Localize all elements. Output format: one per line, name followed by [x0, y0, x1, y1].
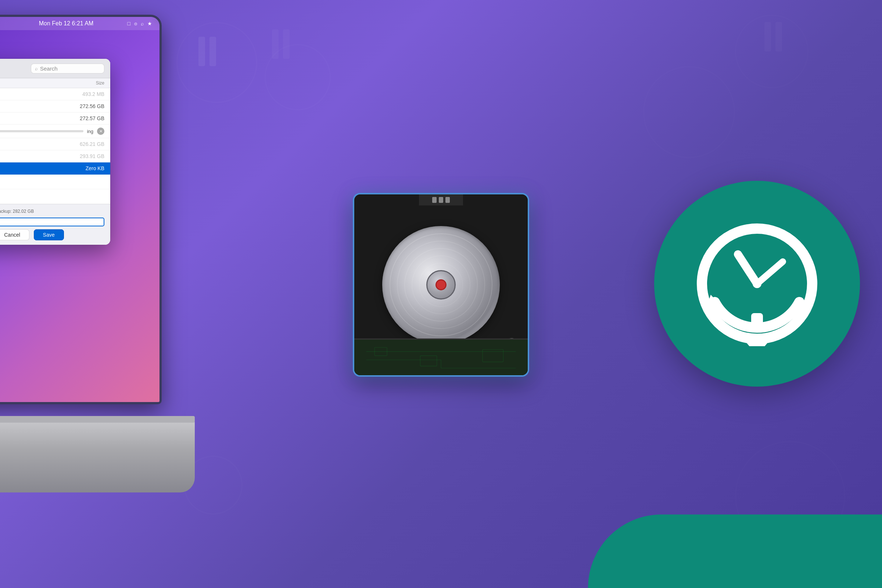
save-dialog: ‹ › ⌕ Search Size 493.2 MB: [0, 59, 110, 245]
hdd-visual: [354, 194, 528, 375]
hdd-platter-group: [382, 226, 500, 344]
svg-line-10: [757, 262, 783, 284]
hdd-border: [353, 193, 529, 376]
timemachine-icon: [694, 221, 819, 346]
filename-row: [0, 218, 104, 226]
estimated-value: 282.02 GB: [13, 209, 34, 214]
file-size-1: 493.2 MB: [68, 91, 104, 97]
file-list-header: Size: [0, 78, 110, 88]
file-size-2: 272.56 GB: [68, 103, 104, 109]
file-size-3: 272.57 GB: [68, 116, 104, 121]
estimated-size-text: Estimated size of full backup: 282.02 GB: [0, 209, 104, 214]
cancel-button[interactable]: Cancel: [0, 230, 29, 240]
timemachine-container: [654, 181, 860, 387]
empty-row-1: [0, 175, 110, 189]
progress-row: ing ✕: [0, 124, 110, 138]
bluetooth-icon: ★: [147, 21, 152, 27]
connector-pin: [432, 197, 436, 203]
file-row[interactable]: 493.2 MB: [0, 88, 110, 100]
dialog-bottom: Estimated size of full backup: 282.02 GB…: [0, 204, 110, 245]
connector-pin: [446, 197, 450, 203]
menubar-time: Mon Feb 12 6:21 AM: [39, 20, 94, 27]
file-row[interactable]: 626.21 GB: [0, 138, 110, 150]
hdd-connector: [419, 194, 463, 206]
file-row[interactable]: 272.56 GB: [0, 100, 110, 112]
save-button[interactable]: Save: [34, 230, 64, 240]
bottom-teal-section: [588, 514, 882, 588]
svg-point-11: [753, 279, 762, 288]
file-size-4: 626.21 GB: [68, 141, 104, 147]
file-size-5: 293.91 GB: [68, 153, 104, 159]
file-row[interactable]: 272.57 GB: [0, 112, 110, 124]
laptop-container: ⊞ Mon Feb 12 6:21 AM □ ⌾ ⌕ ★: [0, 15, 184, 492]
svg-rect-6: [420, 356, 437, 366]
hdd-pcb: [354, 339, 528, 375]
search-input[interactable]: Search: [40, 65, 58, 72]
hdd-platter-center: [435, 279, 447, 290]
connector-pin: [439, 197, 443, 203]
menubar: ⊞ Mon Feb 12 6:21 AM □ ⌾ ⌕ ★: [0, 17, 159, 30]
file-list: 493.2 MB 272.56 GB 272.57 GB: [0, 88, 110, 204]
laptop-base: [0, 419, 195, 492]
svg-rect-14: [751, 313, 763, 332]
file-row-selected[interactable]: Zero KB: [0, 162, 110, 175]
svg-marker-15: [740, 335, 774, 346]
timemachine-circle: [654, 181, 860, 387]
hdd-platter-hub: [426, 270, 456, 300]
spotlight-icon: ⌕: [141, 21, 144, 27]
progress-label: ing: [87, 129, 93, 134]
scene: ⊞ Mon Feb 12 6:21 AM □ ⌾ ⌕ ★: [0, 0, 882, 588]
estimated-label: Estimated size of full backup:: [0, 209, 11, 214]
dialog-buttons: Cancel Save: [0, 230, 104, 240]
menubar-status-icons: □ ⌾ ⌕ ★: [128, 21, 152, 27]
dialog-toolbar: ‹ › ⌕ Search: [0, 59, 110, 78]
pcb-circuit-lines: [358, 343, 524, 376]
battery-icon: □: [128, 21, 130, 27]
file-row[interactable]: 293.91 GB: [0, 150, 110, 162]
search-icon: ⌕: [35, 66, 38, 71]
file-size-6: Zero KB: [68, 165, 104, 171]
hdd-container: [353, 193, 529, 376]
laptop-hinge: [0, 416, 195, 423]
svg-line-9: [738, 254, 757, 284]
progress-cancel-button[interactable]: ✕: [97, 128, 104, 135]
progress-bar: [0, 130, 83, 132]
size-column-header: Size: [96, 81, 104, 86]
filename-input[interactable]: [0, 218, 104, 226]
search-bar[interactable]: ⌕ Search: [31, 64, 104, 74]
wifi-icon: ⌾: [134, 21, 137, 27]
empty-row-2: [0, 189, 110, 204]
